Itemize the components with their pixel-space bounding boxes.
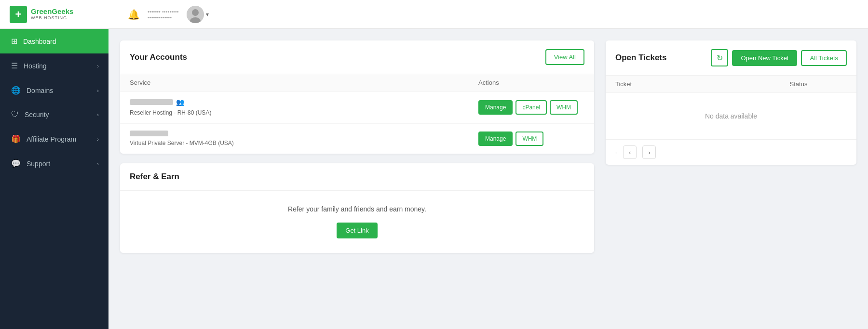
chevron-right-icon: › bbox=[97, 63, 99, 69]
status-column-header: Status bbox=[750, 80, 847, 88]
view-all-button[interactable]: View All bbox=[545, 49, 584, 65]
refresh-icon: ↻ bbox=[717, 53, 723, 63]
tickets-title: Open Tickets bbox=[615, 53, 666, 63]
globe-icon: 🌐 bbox=[11, 86, 21, 95]
table-row: Virtual Private Server - MVM-4GB (USA) M… bbox=[120, 124, 594, 154]
sidebar-item-security[interactable]: 🛡 Security › bbox=[0, 103, 108, 127]
sidebar-label-domains: Domains bbox=[27, 87, 91, 94]
refresh-button[interactable]: ↻ bbox=[711, 49, 728, 66]
left-column: Your Accounts View All Service Actions 👥… bbox=[120, 40, 594, 253]
chevron-down-icon: ▾ bbox=[206, 11, 209, 18]
user-email: ••••••••••••• bbox=[148, 14, 179, 20]
logo-sub: WEB HOSTING bbox=[31, 16, 73, 21]
logo-name: GreenGeeks bbox=[31, 8, 73, 16]
avatar-svg bbox=[187, 6, 204, 23]
user-info: ••••••• ••••••••• ••••••••••••• bbox=[148, 9, 179, 20]
manage-button-row1[interactable]: Manage bbox=[478, 100, 513, 115]
sidebar-item-hosting[interactable]: ☰ Hosting › bbox=[0, 53, 108, 78]
table-row: 👥 Reseller Hosting - RH-80 (USA) Manage … bbox=[120, 92, 594, 124]
open-new-ticket-button[interactable]: Open New Ticket bbox=[732, 50, 797, 66]
no-data-message: No data available bbox=[606, 93, 856, 139]
sidebar-item-support[interactable]: 💬 Support › bbox=[0, 151, 108, 176]
sidebar-item-affiliate[interactable]: 🎁 Affiliate Program › bbox=[0, 127, 108, 151]
sidebar-label-dashboard: Dashboard bbox=[23, 38, 99, 45]
user-avatar-menu[interactable]: ▾ bbox=[187, 6, 209, 23]
logo-plus-sign: + bbox=[15, 9, 22, 20]
chevron-right-icon: › bbox=[97, 88, 99, 93]
refer-text: Refer your family and friends and earn m… bbox=[130, 205, 584, 213]
sidebar-label-support: Support bbox=[27, 160, 91, 168]
all-tickets-button[interactable]: All Tickets bbox=[801, 50, 847, 66]
pagination-next-button[interactable]: › bbox=[642, 145, 656, 159]
bell-icon[interactable]: 🔔 bbox=[128, 9, 140, 20]
shield-icon: 🛡 bbox=[11, 110, 19, 119]
svg-point-1 bbox=[192, 9, 199, 16]
get-link-button[interactable]: Get Link bbox=[337, 223, 377, 238]
chevron-right-icon: › bbox=[97, 161, 99, 167]
logo-text-area: GreenGeeks WEB HOSTING bbox=[31, 8, 73, 20]
ticket-column-header: Ticket bbox=[615, 80, 750, 88]
refer-title: Refer & Earn bbox=[130, 172, 179, 182]
right-column: Open Tickets ↻ Open New Ticket All Ticke… bbox=[606, 40, 856, 165]
tickets-pagination: - ‹ › bbox=[606, 139, 856, 165]
service-sub-row2: Virtual Private Server - MVM-4GB (USA) bbox=[130, 140, 234, 146]
row2-action-buttons: Manage WHM bbox=[478, 132, 584, 146]
accounts-card: Your Accounts View All Service Actions 👥… bbox=[120, 40, 594, 154]
blurred-name bbox=[130, 131, 168, 136]
cpanel-button-row1[interactable]: cPanel bbox=[515, 100, 547, 115]
gift-icon: 🎁 bbox=[11, 134, 21, 144]
manage-button-row2[interactable]: Manage bbox=[478, 132, 513, 146]
user-name: ••••••• ••••••••• bbox=[148, 9, 179, 14]
support-icon: 💬 bbox=[11, 159, 21, 168]
row1-action-buttons: Manage cPanel WHM bbox=[478, 100, 584, 115]
sidebar: ⊞ Dashboard ☰ Hosting › 🌐 Domains › 🛡 Se… bbox=[0, 29, 108, 329]
dashboard-icon: ⊞ bbox=[11, 37, 17, 46]
hosting-icon: ☰ bbox=[11, 61, 18, 70]
group-icon: 👥 bbox=[176, 98, 184, 106]
sidebar-label-security: Security bbox=[25, 111, 91, 118]
service-column-header: Service bbox=[130, 79, 478, 86]
main-content: Your Accounts View All Service Actions 👥… bbox=[108, 29, 868, 329]
sidebar-item-dashboard[interactable]: ⊞ Dashboard bbox=[0, 29, 108, 53]
avatar bbox=[187, 6, 204, 23]
blurred-name bbox=[130, 99, 173, 105]
header: + GreenGeeks WEB HOSTING 🔔 ••••••• •••••… bbox=[0, 0, 868, 29]
tickets-card-header: Open Tickets ↻ Open New Ticket All Ticke… bbox=[606, 40, 856, 76]
whm-button-row2[interactable]: WHM bbox=[515, 132, 543, 146]
pagination-dash: - bbox=[615, 149, 617, 156]
tickets-card: Open Tickets ↻ Open New Ticket All Ticke… bbox=[606, 40, 856, 165]
service-info: Virtual Private Server - MVM-4GB (USA) bbox=[130, 131, 478, 147]
pagination-prev-button[interactable]: ‹ bbox=[623, 145, 637, 159]
service-sub-row1: Reseller Hosting - RH-80 (USA) bbox=[130, 109, 211, 116]
sidebar-item-domains[interactable]: 🌐 Domains › bbox=[0, 78, 108, 103]
sidebar-label-hosting: Hosting bbox=[24, 62, 91, 70]
actions-column-header: Actions bbox=[478, 79, 584, 86]
sidebar-label-affiliate: Affiliate Program bbox=[27, 135, 91, 143]
logo-icon: + bbox=[10, 6, 27, 23]
whm-button-row1[interactable]: WHM bbox=[550, 100, 578, 115]
refer-card-header: Refer & Earn bbox=[120, 163, 594, 191]
chevron-right-icon: › bbox=[97, 136, 99, 142]
service-name-row1: 👥 bbox=[130, 98, 478, 106]
accounts-title: Your Accounts bbox=[130, 53, 187, 62]
accounts-table-header: Service Actions bbox=[120, 74, 594, 92]
refer-body: Refer your family and friends and earn m… bbox=[120, 191, 594, 253]
refer-card: Refer & Earn Refer your family and frien… bbox=[120, 163, 594, 253]
tickets-actions: ↻ Open New Ticket All Tickets bbox=[711, 49, 847, 66]
service-info: 👥 Reseller Hosting - RH-80 (USA) bbox=[130, 98, 478, 117]
header-right: 🔔 ••••••• ••••••••• ••••••••••••• ▾ bbox=[118, 6, 858, 23]
accounts-card-header: Your Accounts View All bbox=[120, 40, 594, 74]
layout: ⊞ Dashboard ☰ Hosting › 🌐 Domains › 🛡 Se… bbox=[0, 29, 868, 329]
tickets-table-header: Ticket Status bbox=[606, 76, 856, 93]
service-name-row2 bbox=[130, 131, 478, 136]
logo-area: + GreenGeeks WEB HOSTING bbox=[10, 6, 118, 23]
chevron-right-icon: › bbox=[97, 112, 99, 118]
